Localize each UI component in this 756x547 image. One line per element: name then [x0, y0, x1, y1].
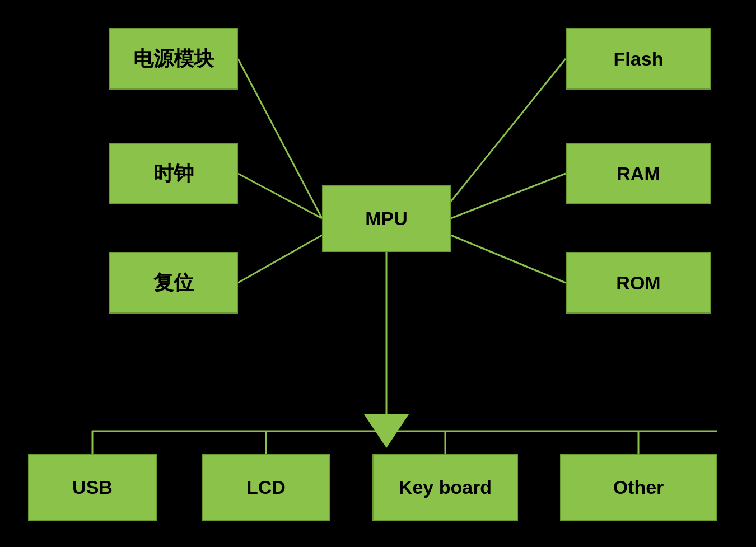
box-flash: Flash — [566, 28, 711, 90]
label-clock: 时钟 — [153, 160, 194, 188]
label-rom: ROM — [616, 272, 660, 294]
box-rom: ROM — [566, 252, 711, 314]
label-reset: 复位 — [153, 269, 194, 297]
svg-line-4 — [451, 174, 566, 218]
svg-line-5 — [451, 235, 566, 283]
architecture-diagram: 电源模块时钟复位MPUFlashRAMROMUSBLCDKey boardOth… — [0, 0, 756, 547]
label-other: Other — [613, 476, 664, 498]
box-other: Other — [560, 454, 717, 521]
box-power: 电源模块 — [109, 28, 238, 90]
box-usb: USB — [28, 454, 157, 521]
label-flash: Flash — [614, 48, 664, 70]
label-mpu: MPU — [365, 208, 408, 230]
label-keyboard: Key board — [399, 476, 492, 498]
svg-line-3 — [451, 59, 566, 202]
box-lcd: LCD — [202, 454, 330, 521]
svg-marker-7 — [364, 414, 409, 448]
label-power: 电源模块 — [133, 45, 214, 73]
box-ram: RAM — [566, 143, 711, 204]
label-lcd: LCD — [246, 476, 286, 498]
box-clock: 时钟 — [109, 143, 238, 204]
box-keyboard: Key board — [372, 454, 518, 521]
label-ram: RAM — [617, 163, 660, 185]
svg-line-1 — [238, 174, 322, 218]
label-usb: USB — [72, 476, 113, 498]
box-mpu: MPU — [322, 185, 451, 252]
box-reset: 复位 — [109, 252, 238, 314]
svg-line-2 — [238, 235, 322, 283]
svg-line-0 — [238, 59, 322, 218]
